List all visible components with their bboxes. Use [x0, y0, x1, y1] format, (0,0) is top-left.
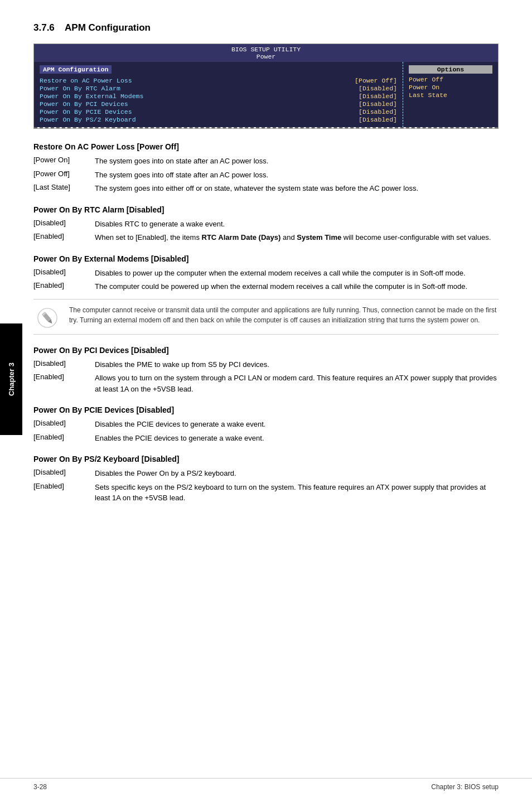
- section-heading-restore-ac: Restore On AC Power Loss [Power Off]: [33, 142, 499, 151]
- def-desc: Allows you to turn on the system through…: [95, 373, 499, 394]
- note-text: The computer cannot receive or transmit …: [69, 305, 499, 328]
- def-desc: Disables RTC to generate a wake event.: [95, 219, 225, 230]
- def-term: [Enabled]: [33, 373, 95, 394]
- definition-list: [Disabled]Disables the Power On by a PS/…: [33, 468, 499, 504]
- bios-main-panel: APM Configuration Restore on AC Power Lo…: [34, 62, 403, 127]
- def-desc: Disables the PCIE devices to generate a …: [95, 419, 265, 430]
- bios-row: Power On By PCI Devices[Disabled]: [40, 100, 397, 108]
- section-heading-pci-devices: Power On By PCI Devices [Disabled]: [33, 346, 499, 355]
- footer-right: Chapter 3: BIOS setup: [431, 783, 499, 791]
- bios-menu-title: APM Configuration: [40, 65, 112, 74]
- bios-row-label: Power On By RTC Alarm: [40, 85, 120, 92]
- bios-option: Power Off: [409, 76, 492, 83]
- note-box: The computer cannot receive or transmit …: [33, 299, 499, 335]
- bios-option: Last State: [409, 91, 492, 99]
- bios-row: Power On By External Modems[Disabled]: [40, 93, 397, 100]
- bios-option: Power On: [409, 84, 492, 91]
- def-desc: Enables the PCIE devices to generate a w…: [95, 433, 264, 444]
- def-row: [Power Off]The system goes into off stat…: [33, 170, 499, 181]
- bios-row-label: Power On By PCIE Devices: [40, 108, 132, 115]
- def-desc: When set to [Enabled], the items RTC Ala…: [95, 232, 491, 243]
- def-desc: The system goes into either off or on st…: [95, 183, 418, 194]
- def-term: [Power Off]: [33, 170, 95, 181]
- def-desc: Disables to power up the computer when t…: [95, 268, 466, 279]
- bios-row-value: [Power Off]: [355, 77, 397, 84]
- content-sections: Restore On AC Power Loss [Power Off][Pow…: [33, 142, 499, 504]
- def-term: [Enabled]: [33, 433, 95, 444]
- section-external-modems: Power On By External Modems [Disabled][D…: [33, 254, 499, 335]
- section-heading-rtc-alarm: Power On By RTC Alarm [Disabled]: [33, 205, 499, 214]
- section-pcie-devices: Power On By PCIE Devices [Disabled][Disa…: [33, 405, 499, 443]
- section-restore-ac: Restore On AC Power Loss [Power Off][Pow…: [33, 142, 499, 194]
- bios-row-label: Restore on AC Power Loss: [40, 77, 132, 84]
- chapter-sidebar: Chapter 3: [0, 323, 22, 435]
- bios-body: APM Configuration Restore on AC Power Lo…: [34, 62, 498, 127]
- def-desc: The system goes into on state after an A…: [95, 156, 268, 167]
- bios-options-panel: Options Power OffPower OnLast State: [403, 62, 498, 127]
- def-term: [Enabled]: [33, 232, 95, 243]
- definition-list: [Disabled]Disables to power up the compu…: [33, 268, 499, 292]
- bios-row-value: [Disabled]: [359, 93, 397, 100]
- def-row: [Enabled]Sets specific keys on the PS/2 …: [33, 482, 499, 504]
- def-desc: The computer could be powered up when th…: [95, 281, 467, 292]
- page-footer: 3-28 Chapter 3: BIOS setup: [0, 778, 532, 791]
- section-heading: 3.7.6 APM Configuration: [33, 22, 499, 33]
- def-row: [Disabled]Disables the PCIE devices to g…: [33, 419, 499, 430]
- definition-list: [Power On]The system goes into on state …: [33, 156, 499, 194]
- bios-options-title: Options: [409, 65, 492, 74]
- bios-options-list: Power OffPower OnLast State: [409, 76, 492, 99]
- def-term: [Disabled]: [33, 419, 95, 430]
- section-heading-pcie-devices: Power On By PCIE Devices [Disabled]: [33, 405, 499, 414]
- def-desc: Disables the Power On by a PS/2 keyboard…: [95, 468, 236, 479]
- bios-row: Power On By RTC Alarm[Disabled]: [40, 85, 397, 92]
- def-row: [Disabled]Disables to power up the compu…: [33, 268, 499, 279]
- bios-row: Power On By PS/2 Keyboard[Disabled]: [40, 116, 397, 123]
- definition-list: [Disabled]Disables RTC to generate a wak…: [33, 219, 499, 243]
- def-row: [Last State]The system goes into either …: [33, 183, 499, 194]
- bios-row-value: [Disabled]: [359, 100, 397, 108]
- section-heading-ps2-keyboard: Power On By PS/2 Keyboard [Disabled]: [33, 455, 499, 463]
- def-term: [Disabled]: [33, 219, 95, 230]
- footer-left: 3-28: [33, 783, 47, 791]
- bios-row-label: Power On By PS/2 Keyboard: [40, 116, 136, 123]
- bios-row-label: Power On By PCI Devices: [40, 100, 128, 108]
- definition-list: [Disabled]Disables the PME to wake up fr…: [33, 359, 499, 395]
- def-row: [Enabled]The computer could be powered u…: [33, 281, 499, 292]
- bios-header: BIOS SETUP UTILITY Power: [34, 44, 498, 62]
- def-term: [Last State]: [33, 183, 95, 194]
- bios-row: Restore on AC Power Loss[Power Off]: [40, 77, 397, 84]
- def-term: [Power On]: [33, 156, 95, 167]
- bios-setup-box: BIOS SETUP UTILITY Power APM Configurati…: [33, 44, 499, 129]
- def-term: [Enabled]: [33, 482, 95, 504]
- section-rtc-alarm: Power On By RTC Alarm [Disabled][Disable…: [33, 205, 499, 243]
- pencil-icon: [37, 307, 58, 328]
- def-term: [Disabled]: [33, 468, 95, 479]
- def-row: [Disabled]Disables the PME to wake up fr…: [33, 359, 499, 370]
- def-term: [Enabled]: [33, 281, 95, 292]
- section-heading-external-modems: Power On By External Modems [Disabled]: [33, 254, 499, 263]
- def-row: [Enabled]Enables the PCIE devices to gen…: [33, 433, 499, 444]
- def-term: [Disabled]: [33, 359, 95, 370]
- bios-row: Power On By PCIE Devices[Disabled]: [40, 108, 397, 115]
- section-ps2-keyboard: Power On By PS/2 Keyboard [Disabled][Dis…: [33, 455, 499, 504]
- bios-dashed-line: [34, 127, 498, 128]
- def-desc: Disables the PME to wake up from S5 by P…: [95, 359, 269, 370]
- def-row: [Enabled]Allows you to turn on the syste…: [33, 373, 499, 394]
- bios-rows: Restore on AC Power Loss[Power Off]Power…: [40, 77, 397, 123]
- bios-row-label: Power On By External Modems: [40, 93, 143, 100]
- def-row: [Power On]The system goes into on state …: [33, 156, 499, 167]
- def-row: [Enabled]When set to [Enabled], the item…: [33, 232, 499, 243]
- def-desc: The system goes into off state after an …: [95, 170, 268, 181]
- bios-row-value: [Disabled]: [359, 108, 397, 115]
- definition-list: [Disabled]Disables the PCIE devices to g…: [33, 419, 499, 443]
- def-desc: Sets specific keys on the PS/2 keyboard …: [95, 482, 499, 504]
- def-row: [Disabled]Disables the Power On by a PS/…: [33, 468, 499, 479]
- bios-row-value: [Disabled]: [359, 116, 397, 123]
- def-row: [Disabled]Disables RTC to generate a wak…: [33, 219, 499, 230]
- def-term: [Disabled]: [33, 268, 95, 279]
- note-icon: [33, 305, 61, 328]
- section-pci-devices: Power On By PCI Devices [Disabled][Disab…: [33, 346, 499, 395]
- bios-row-value: [Disabled]: [359, 85, 397, 92]
